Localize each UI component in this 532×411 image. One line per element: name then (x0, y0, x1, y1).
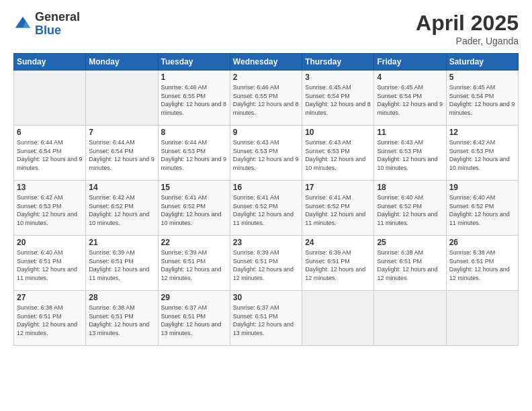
day-number: 15 (161, 183, 227, 192)
table-row: 12Sunrise: 6:42 AM Sunset: 6:53 PM Dayli… (446, 126, 518, 181)
day-number: 2 (233, 73, 299, 82)
day-info: Sunrise: 6:38 AM Sunset: 6:51 PM Dayligh… (449, 248, 515, 282)
table-row: 1Sunrise: 6:46 AM Sunset: 6:55 PM Daylig… (158, 71, 230, 126)
table-row: 27Sunrise: 6:38 AM Sunset: 6:51 PM Dayli… (14, 291, 86, 346)
table-row: 25Sunrise: 6:38 AM Sunset: 6:51 PM Dayli… (374, 236, 446, 291)
title-month: April 2025 (416, 11, 519, 36)
title-block: April 2025 Pader, Uganda (416, 11, 519, 46)
day-number: 10 (305, 128, 371, 137)
day-info: Sunrise: 6:40 AM Sunset: 6:51 PM Dayligh… (17, 248, 83, 282)
calendar-table: Sunday Monday Tuesday Wednesday Thursday… (13, 53, 519, 346)
header: General Blue April 2025 Pader, Uganda (13, 11, 519, 46)
day-number: 24 (305, 238, 371, 247)
day-info: Sunrise: 6:37 AM Sunset: 6:51 PM Dayligh… (233, 304, 299, 337)
day-number: 5 (449, 73, 515, 82)
day-number: 20 (17, 238, 83, 247)
day-info: Sunrise: 6:46 AM Sunset: 6:55 PM Dayligh… (161, 83, 227, 117)
table-row: 5Sunrise: 6:45 AM Sunset: 6:54 PM Daylig… (446, 71, 518, 126)
table-row: 10Sunrise: 6:43 AM Sunset: 6:53 PM Dayli… (302, 126, 374, 181)
day-number: 1 (161, 73, 227, 82)
day-info: Sunrise: 6:38 AM Sunset: 6:51 PM Dayligh… (89, 304, 154, 337)
day-number: 17 (305, 183, 371, 192)
table-row: 22Sunrise: 6:39 AM Sunset: 6:51 PM Dayli… (158, 236, 230, 291)
day-number: 29 (161, 293, 227, 302)
day-number: 28 (89, 293, 154, 302)
table-row: 4Sunrise: 6:45 AM Sunset: 6:54 PM Daylig… (374, 71, 446, 126)
day-info: Sunrise: 6:45 AM Sunset: 6:54 PM Dayligh… (305, 83, 371, 117)
table-row: 15Sunrise: 6:41 AM Sunset: 6:52 PM Dayli… (158, 181, 230, 236)
day-info: Sunrise: 6:46 AM Sunset: 6:55 PM Dayligh… (233, 83, 299, 117)
day-info: Sunrise: 6:44 AM Sunset: 6:54 PM Dayligh… (89, 138, 154, 172)
day-number: 27 (17, 293, 83, 302)
table-row: 29Sunrise: 6:37 AM Sunset: 6:51 PM Dayli… (158, 291, 230, 346)
table-row: 23Sunrise: 6:39 AM Sunset: 6:51 PM Dayli… (230, 236, 302, 291)
day-info: Sunrise: 6:37 AM Sunset: 6:51 PM Dayligh… (161, 304, 227, 337)
day-number: 8 (161, 128, 227, 137)
day-info: Sunrise: 6:43 AM Sunset: 6:53 PM Dayligh… (233, 138, 299, 172)
calendar-week-row: 20Sunrise: 6:40 AM Sunset: 6:51 PM Dayli… (14, 236, 519, 291)
day-number: 23 (233, 238, 299, 247)
table-row: 3Sunrise: 6:45 AM Sunset: 6:54 PM Daylig… (302, 71, 374, 126)
table-row: 6Sunrise: 6:44 AM Sunset: 6:54 PM Daylig… (14, 126, 86, 181)
logo-icon (13, 15, 32, 34)
day-info: Sunrise: 6:39 AM Sunset: 6:51 PM Dayligh… (233, 248, 299, 282)
header-tuesday: Tuesday (158, 54, 230, 71)
day-info: Sunrise: 6:38 AM Sunset: 6:51 PM Dayligh… (17, 304, 83, 337)
day-info: Sunrise: 6:45 AM Sunset: 6:54 PM Dayligh… (449, 83, 515, 117)
day-number: 30 (233, 293, 299, 302)
calendar-week-row: 1Sunrise: 6:46 AM Sunset: 6:55 PM Daylig… (14, 71, 519, 126)
day-number: 6 (17, 128, 83, 137)
day-number: 19 (449, 183, 515, 192)
day-info: Sunrise: 6:41 AM Sunset: 6:52 PM Dayligh… (305, 193, 371, 227)
page: General Blue April 2025 Pader, Uganda Su… (0, 0, 532, 411)
header-friday: Friday (374, 54, 446, 71)
day-info: Sunrise: 6:39 AM Sunset: 6:51 PM Dayligh… (89, 248, 154, 282)
day-info: Sunrise: 6:40 AM Sunset: 6:52 PM Dayligh… (377, 193, 443, 227)
calendar-week-row: 13Sunrise: 6:42 AM Sunset: 6:53 PM Dayli… (14, 181, 519, 236)
table-row: 18Sunrise: 6:40 AM Sunset: 6:52 PM Dayli… (374, 181, 446, 236)
table-row: 30Sunrise: 6:37 AM Sunset: 6:51 PM Dayli… (230, 291, 302, 346)
table-row: 9Sunrise: 6:43 AM Sunset: 6:53 PM Daylig… (230, 126, 302, 181)
day-info: Sunrise: 6:45 AM Sunset: 6:54 PM Dayligh… (377, 83, 443, 117)
day-info: Sunrise: 6:44 AM Sunset: 6:54 PM Dayligh… (17, 138, 83, 172)
day-info: Sunrise: 6:41 AM Sunset: 6:52 PM Dayligh… (233, 193, 299, 227)
table-row (14, 71, 86, 126)
table-row: 19Sunrise: 6:40 AM Sunset: 6:52 PM Dayli… (446, 181, 518, 236)
logo-blue: Blue (35, 24, 80, 38)
header-monday: Monday (86, 54, 158, 71)
table-row: 7Sunrise: 6:44 AM Sunset: 6:54 PM Daylig… (86, 126, 158, 181)
header-thursday: Thursday (302, 54, 374, 71)
day-info: Sunrise: 6:44 AM Sunset: 6:53 PM Dayligh… (161, 138, 227, 172)
logo-general: General (35, 11, 80, 24)
day-info: Sunrise: 6:39 AM Sunset: 6:51 PM Dayligh… (305, 248, 371, 282)
day-info: Sunrise: 6:41 AM Sunset: 6:52 PM Dayligh… (161, 193, 227, 227)
table-row: 21Sunrise: 6:39 AM Sunset: 6:51 PM Dayli… (86, 236, 158, 291)
table-row: 13Sunrise: 6:42 AM Sunset: 6:53 PM Dayli… (14, 181, 86, 236)
title-location: Pader, Uganda (416, 36, 519, 46)
logo: General Blue (13, 11, 80, 38)
table-row: 26Sunrise: 6:38 AM Sunset: 6:51 PM Dayli… (446, 236, 518, 291)
header-saturday: Saturday (446, 54, 518, 71)
day-number: 14 (89, 183, 154, 192)
day-info: Sunrise: 6:42 AM Sunset: 6:53 PM Dayligh… (449, 138, 515, 172)
day-number: 3 (305, 73, 371, 82)
table-row: 14Sunrise: 6:42 AM Sunset: 6:52 PM Dayli… (86, 181, 158, 236)
day-number: 26 (449, 238, 515, 247)
day-info: Sunrise: 6:42 AM Sunset: 6:53 PM Dayligh… (17, 193, 83, 227)
day-number: 21 (89, 238, 154, 247)
day-info: Sunrise: 6:43 AM Sunset: 6:53 PM Dayligh… (377, 138, 443, 172)
table-row: 8Sunrise: 6:44 AM Sunset: 6:53 PM Daylig… (158, 126, 230, 181)
day-number: 22 (161, 238, 227, 247)
logo-text: General Blue (35, 11, 80, 38)
day-number: 16 (233, 183, 299, 192)
day-info: Sunrise: 6:38 AM Sunset: 6:51 PM Dayligh… (377, 248, 443, 282)
table-row: 20Sunrise: 6:40 AM Sunset: 6:51 PM Dayli… (14, 236, 86, 291)
table-row: 16Sunrise: 6:41 AM Sunset: 6:52 PM Dayli… (230, 181, 302, 236)
table-row: 11Sunrise: 6:43 AM Sunset: 6:53 PM Dayli… (374, 126, 446, 181)
calendar-week-row: 27Sunrise: 6:38 AM Sunset: 6:51 PM Dayli… (14, 291, 519, 346)
table-row (302, 291, 374, 346)
header-wednesday: Wednesday (230, 54, 302, 71)
day-info: Sunrise: 6:39 AM Sunset: 6:51 PM Dayligh… (161, 248, 227, 282)
table-row: 28Sunrise: 6:38 AM Sunset: 6:51 PM Dayli… (86, 291, 158, 346)
day-number: 4 (377, 73, 443, 82)
